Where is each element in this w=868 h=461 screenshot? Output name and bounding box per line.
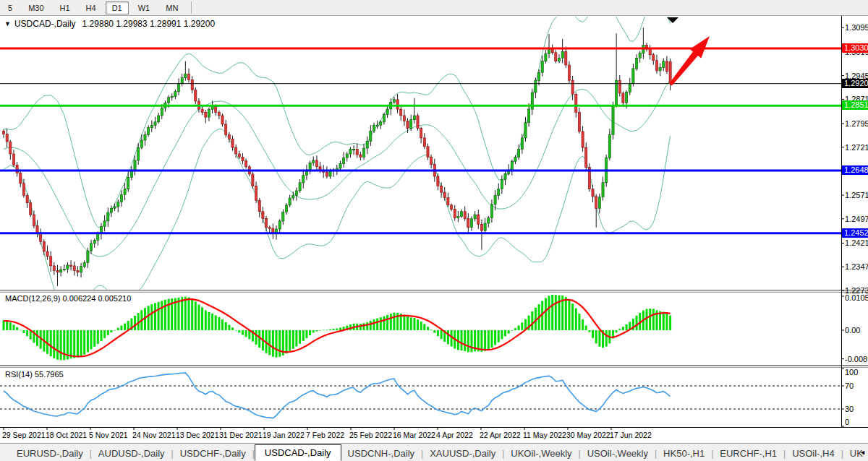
- candle-body: [77, 271, 79, 272]
- candle-body: [97, 234, 99, 241]
- ohlc-values: 1.29880 1.29983 1.28991 1.29200: [82, 19, 216, 29]
- macd-histogram-bar: [484, 330, 486, 351]
- macd-histogram-bar: [329, 329, 331, 330]
- candle-body: [295, 191, 297, 196]
- timeframe-button-m30[interactable]: M30: [22, 1, 50, 14]
- tab-xauusd-daily[interactable]: XAUUSD-,Daily: [423, 446, 502, 461]
- tab-usoil-weekly[interactable]: USOil-,Weekly: [581, 446, 655, 461]
- macd-histogram-bar: [413, 318, 415, 330]
- candle-body: [616, 80, 618, 105]
- candle-body: [93, 241, 95, 244]
- timeframe-button-w1[interactable]: W1: [132, 1, 157, 14]
- candle-body: [541, 61, 543, 73]
- macd-histogram-bar: [13, 324, 15, 330]
- candle-body: [221, 116, 224, 124]
- tab-usdcnh-daily[interactable]: USDCNH-,Daily: [341, 446, 421, 461]
- macd-axis-label: 0.01057: [845, 293, 868, 302]
- candle-body: [518, 149, 520, 157]
- collapse-triangle-icon[interactable]: ▼: [4, 20, 11, 27]
- macd-histogram-bar: [565, 297, 567, 330]
- candle-body: [612, 105, 614, 135]
- candle-body: [312, 160, 315, 163]
- candle-body: [370, 131, 372, 141]
- macd-histogram-bar: [569, 300, 571, 330]
- timeframe-button-mn[interactable]: MN: [159, 1, 184, 14]
- macd-histogram-bar: [430, 329, 433, 330]
- candle-body: [393, 100, 395, 103]
- macd-histogram-bar: [245, 330, 247, 337]
- timeframe-button-5[interactable]: 5: [1, 1, 19, 14]
- macd-histogram-bar: [582, 319, 584, 330]
- candle-body: [168, 98, 170, 103]
- tab-ukoil-weekly[interactable]: UKOil-,Weekly: [504, 446, 578, 461]
- macd-histogram-bar: [494, 330, 496, 345]
- macd-histogram-bar: [63, 330, 65, 360]
- candle-body: [195, 90, 197, 102]
- candle-body: [561, 51, 563, 58]
- candle-body: [447, 198, 449, 205]
- macd-histogram-bar: [605, 330, 608, 347]
- tab-usoil-h4[interactable]: USOil-,H4: [786, 446, 841, 461]
- timeframe-button-d1[interactable]: D1: [106, 1, 129, 14]
- candle-body: [9, 142, 12, 154]
- trend-arrow[interactable]: [669, 36, 710, 86]
- macd-histogram-bar: [423, 324, 425, 330]
- macd-histogram-bar: [665, 314, 668, 331]
- candle-body: [339, 163, 341, 168]
- macd-histogram-bar: [242, 330, 244, 335]
- candle-body: [595, 197, 597, 208]
- tab-audusd-daily[interactable]: AUDUSD-,Daily: [92, 446, 171, 461]
- chart-canvas: [0, 0, 868, 461]
- macd-histogram-bar: [376, 319, 378, 331]
- candle-body: [158, 116, 160, 122]
- candle-body: [511, 161, 513, 170]
- tab-scroll-left-icon[interactable]: ◄: [859, 449, 866, 456]
- macd-histogram-bar: [588, 330, 590, 332]
- x-axis-label: 31 Dec 2021: [219, 431, 263, 439]
- tab-usdchf-daily[interactable]: USDCHF-,Daily: [174, 446, 252, 461]
- timeframe-button-h4[interactable]: H4: [80, 1, 103, 14]
- candle-body: [117, 202, 119, 207]
- macd-histogram-bar: [114, 330, 116, 331]
- candle-body: [184, 74, 187, 77]
- y-axis-label: 1.3095: [845, 23, 868, 32]
- macd-histogram-bar: [278, 330, 281, 357]
- candle-body: [373, 125, 375, 131]
- candle-body: [420, 129, 422, 138]
- candle-body: [669, 62, 671, 84]
- candle-body: [528, 109, 530, 123]
- macd-histogram-bar: [161, 301, 163, 330]
- candle-body: [663, 61, 665, 68]
- candle-body: [282, 212, 284, 221]
- tab-eurchf-h1[interactable]: EURCHF-,H1: [713, 446, 783, 461]
- candle-body: [494, 196, 496, 204]
- candle-body: [467, 218, 469, 227]
- candle-body: [608, 135, 610, 158]
- macd-histogram-bar: [238, 330, 240, 332]
- macd-histogram-bar: [158, 302, 160, 330]
- candle-body: [575, 94, 577, 112]
- candle-body: [349, 150, 352, 154]
- candle-body: [33, 215, 35, 226]
- candle-body: [329, 171, 331, 177]
- tab-hk50-h1[interactable]: HK50-,H1: [657, 446, 711, 461]
- macd-panel: [3, 295, 672, 360]
- macd-histogram-bar: [228, 325, 230, 331]
- tab-usdcad-daily[interactable]: USDCAD-,Daily: [255, 444, 341, 461]
- x-axis-label: 25 Feb 2022: [349, 431, 392, 439]
- macd-histogram-bar: [26, 330, 28, 336]
- candle-body: [174, 92, 176, 97]
- tab-eurusd-daily[interactable]: EURUSD-,Daily: [10, 446, 90, 461]
- candle-body: [114, 207, 116, 208]
- y-axis-label: 1.2571: [845, 191, 868, 199]
- candle-body: [40, 234, 42, 242]
- timeframe-button-h1[interactable]: H1: [54, 1, 77, 14]
- x-axis-label: 29 Sep 2021: [2, 431, 46, 439]
- candle-body: [16, 165, 18, 173]
- macd-histogram-bar: [73, 330, 75, 358]
- candle-body: [407, 121, 409, 128]
- candle-body: [120, 194, 122, 202]
- candle-body: [87, 251, 89, 262]
- macd-histogram-bar: [441, 330, 443, 339]
- macd-histogram-bar: [386, 315, 388, 330]
